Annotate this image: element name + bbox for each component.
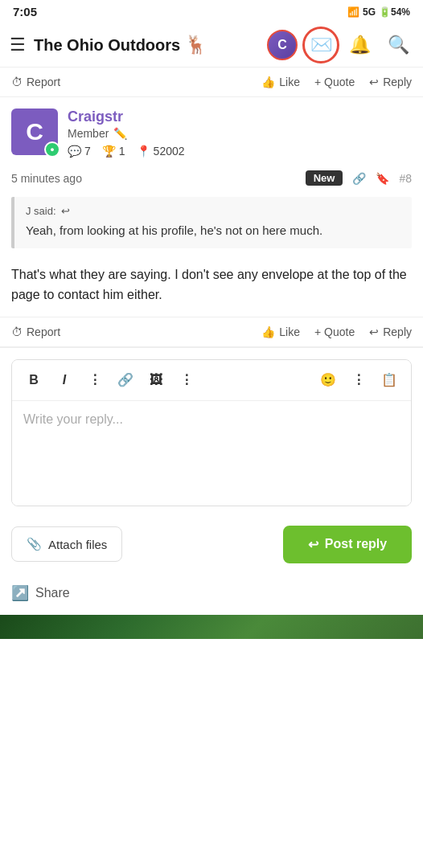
mail-icon: ✉️	[310, 35, 332, 55]
italic-button[interactable]: I	[51, 366, 78, 394]
site-title: The Ohio Outdoors 🦌	[34, 35, 259, 55]
top-nav: ☰ The Ohio Outdoors 🦌 C ✉️ 🔔 🔍	[0, 23, 423, 68]
username[interactable]: Craigstr	[68, 108, 412, 125]
more-options-1[interactable]: ⋮	[81, 366, 109, 394]
deer-icon: 🦌	[185, 35, 207, 55]
messages-stat: 💬 7	[68, 145, 91, 158]
quote-author: J said: ↩	[26, 205, 400, 217]
bottom-actions: 📎 Attach files ↩ Post reply	[0, 518, 423, 571]
top-action-bar: ⏱ Report 👍 Like + Quote ↩ Reply	[0, 68, 423, 97]
report-icon-bottom: ⏱	[11, 326, 23, 338]
quote-button-bottom[interactable]: + Quote	[314, 326, 355, 338]
nav-icons: C ✉️ 🔔 🔍	[267, 30, 413, 60]
reply-icon-top: ↩	[369, 76, 379, 88]
status-time: 7:05	[13, 5, 37, 18]
reply-text-area[interactable]: Write your reply...	[12, 401, 411, 506]
report-button-bottom[interactable]: ⏱ Report	[11, 326, 60, 338]
notifications-button[interactable]: 🔔	[344, 30, 375, 60]
reply-arrow-icon: ↩	[308, 537, 318, 552]
reactions-stat: 🏆 1	[102, 145, 125, 158]
reply-icon-bottom: ↩	[369, 326, 379, 338]
bottom-right-actions: 👍 Like + Quote ↩ Reply	[261, 326, 412, 338]
paperclip-icon: 📎	[27, 537, 42, 551]
quote-button-top[interactable]: + Quote	[314, 76, 355, 88]
report-button-top[interactable]: ⏱ Report	[11, 76, 60, 88]
user-info: Craigstr Member ✏️ 💬 7 🏆 1 📍 52002	[68, 108, 412, 158]
image-button[interactable]: 🖼	[142, 366, 170, 394]
user-role: Member ✏️	[68, 127, 412, 140]
attach-files-button[interactable]: 📎 Attach files	[11, 526, 122, 562]
bookmark-icon[interactable]: 🔖	[376, 172, 389, 185]
site-name-text: The Ohio Outdoors	[34, 36, 180, 55]
like-icon-bottom: 👍	[261, 326, 275, 338]
post-meta: 5 minutes ago New 🔗 🔖 #8	[0, 166, 423, 190]
post-body: That's what they are saying. I don't see…	[0, 256, 423, 317]
quote-block: J said: ↩ Yeah, from looking at his prof…	[11, 197, 412, 248]
network-type: 5G	[363, 6, 376, 18]
quote-reply-icon: ↩	[61, 205, 70, 217]
link-button[interactable]: 🔗	[112, 366, 139, 394]
new-badge: New	[306, 170, 343, 186]
bold-button[interactable]: B	[20, 366, 47, 394]
search-button[interactable]: 🔍	[383, 30, 413, 60]
bottom-image-strip	[0, 615, 423, 639]
location-stat: 📍 52002	[137, 145, 185, 158]
report-icon: ⏱	[11, 76, 23, 88]
messages-icon: 💬	[68, 145, 81, 158]
bell-icon: 🔔	[349, 35, 371, 55]
share-icon-post[interactable]: 🔗	[352, 172, 366, 185]
image-icon: 🖼	[150, 373, 162, 387]
status-icons: 📶 5G 🔋54%	[347, 6, 410, 18]
editor-placeholder: Write your reply...	[23, 412, 123, 426]
mail-button[interactable]: ✉️	[306, 30, 336, 60]
like-icon: 👍	[261, 76, 275, 88]
post-card: C ● Craigstr Member ✏️ 💬 7 🏆 1 📍	[0, 97, 423, 158]
reply-button-bottom[interactable]: ↩ Reply	[369, 326, 412, 338]
emoji-button[interactable]: 🙂	[314, 366, 342, 394]
avatar-wrap: C ●	[11, 108, 58, 155]
quote-text: Yeah, from looking at his profile, he's …	[26, 222, 400, 240]
role-icon: ✏️	[113, 127, 127, 140]
user-stats: 💬 7 🏆 1 📍 52002	[68, 145, 412, 158]
top-right-actions: 👍 Like + Quote ↩ Reply	[261, 76, 412, 88]
hamburger-menu[interactable]: ☰	[10, 35, 26, 55]
editor-toolbar: B I ⋮ 🔗 🖼 ⋮ 🙂 ⋮	[12, 360, 411, 401]
attachment-toolbar-button[interactable]: 📋	[376, 366, 403, 394]
more-options-3[interactable]: ⋮	[345, 366, 372, 394]
share-icon: ↗️	[11, 584, 29, 602]
status-bar: 7:05 📶 5G 🔋54%	[0, 0, 423, 23]
reply-button-top[interactable]: ↩ Reply	[369, 76, 412, 88]
user-avatar[interactable]: C	[267, 30, 298, 60]
post-time: 5 minutes ago	[11, 172, 306, 185]
location-icon: 📍	[137, 145, 150, 158]
attachment-icon: 📋	[381, 372, 397, 387]
bottom-action-bar: ⏱ Report 👍 Like + Quote ↩ Reply	[0, 317, 423, 347]
search-icon: 🔍	[388, 35, 409, 55]
like-button-top[interactable]: 👍 Like	[261, 76, 300, 88]
more-options-2[interactable]: ⋮	[173, 366, 200, 394]
reply-editor-wrap: B I ⋮ 🔗 🖼 ⋮ 🙂 ⋮	[0, 348, 423, 518]
post-reply-button[interactable]: ↩ Post reply	[283, 526, 412, 563]
emoji-icon: 🙂	[320, 372, 336, 387]
signal-icon: 📶	[347, 6, 359, 18]
post-meta-right: New 🔗 🔖 #8	[306, 170, 412, 186]
post-header: C ● Craigstr Member ✏️ 💬 7 🏆 1 📍	[11, 108, 412, 158]
post-number: #8	[399, 172, 412, 185]
battery-icon: 🔋54%	[379, 6, 410, 18]
online-badge: ●	[44, 141, 60, 158]
editor-box: B I ⋮ 🔗 🖼 ⋮ 🙂 ⋮	[11, 359, 412, 506]
reactions-icon: 🏆	[102, 145, 116, 158]
share-row[interactable]: ↗️ Share	[0, 571, 423, 615]
like-button-bottom[interactable]: 👍 Like	[261, 326, 300, 338]
link-icon: 🔗	[117, 372, 133, 387]
